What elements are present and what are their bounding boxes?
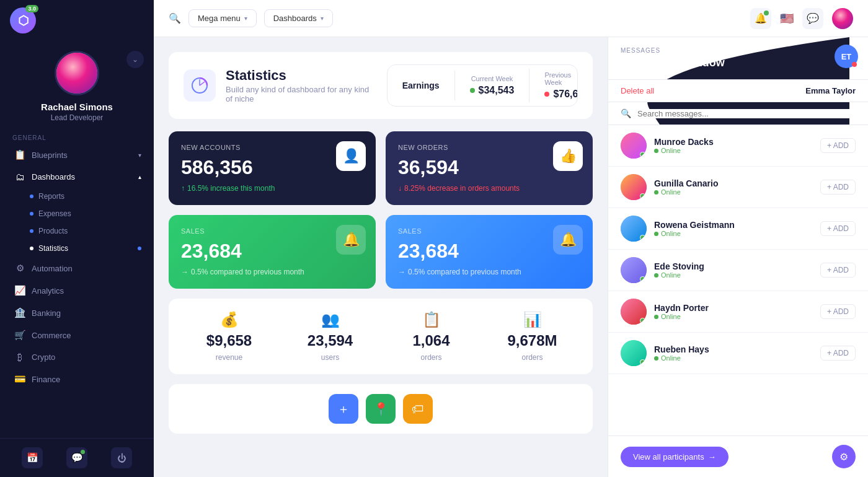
online-indicator (640, 276, 645, 282)
stat-card-new-orders: NEW ORDERS 36,594 ↓ 8.25% decrease in or… (386, 131, 593, 205)
red-dot (544, 92, 549, 97)
sidebar-item-finance[interactable]: 💳 Finance (0, 368, 154, 390)
arrow-neutral-icon: → (181, 268, 188, 276)
contact-status: Online (654, 147, 813, 154)
list-item[interactable]: Rowena Geistmann Online + ADD (608, 208, 868, 250)
stat-icon-box: 👍 (553, 141, 583, 171)
mega-menu-button[interactable]: Mega menu ▾ (188, 9, 257, 27)
contact-list: Munroe Dacks Online + ADD Gunilla Canari… (608, 125, 868, 435)
sidebar-item-automation[interactable]: ⚙ Automation (0, 257, 154, 279)
messenger-avatar-et: ET (835, 45, 858, 68)
notification-badge (764, 11, 769, 15)
dot-icon (30, 229, 33, 233)
search-button[interactable]: 🔍 (169, 12, 181, 24)
sidebar-item-crypto[interactable]: ₿ Crypto (0, 346, 154, 368)
chevron-down-icon: ▾ (138, 152, 141, 159)
commerce-icon: 🛒 (14, 330, 25, 341)
add-contact-button[interactable]: + ADD (820, 263, 856, 278)
sidebar-item-commerce[interactable]: 🛒 Commerce (0, 324, 154, 346)
view-all-button[interactable]: View all participants → (621, 447, 728, 467)
power-icon-button[interactable]: ⏻ (111, 447, 132, 468)
header: 🔍 Mega menu ▾ Dashboards ▾ 🔔 🇺🇸 💬 (154, 0, 868, 37)
dot-icon (30, 212, 33, 216)
flag-button[interactable]: 🇺🇸 (780, 12, 794, 25)
sidebar-item-label: Automation (32, 264, 73, 273)
dashboards-label: Dashboards (273, 14, 317, 23)
online-dot (654, 190, 658, 195)
list-item[interactable]: Ede Stoving Online + ADD (608, 250, 868, 291)
list-item[interactable]: Rueben Hays Online + ADD (608, 333, 868, 374)
contact-avatar (621, 257, 647, 283)
contact-info: Haydn Porter Online (654, 303, 813, 320)
orders-icon: 📋 (422, 311, 441, 328)
stats-header-card: Statistics Build any kind of dashboard f… (169, 52, 593, 119)
profile-name: Rachael Simons (41, 102, 113, 112)
notification-button[interactable]: 🔔 (750, 8, 771, 29)
add-button[interactable]: ＋ (329, 394, 358, 424)
arrow-down-icon: ↓ (398, 184, 402, 193)
message-button[interactable]: 💬 (802, 8, 823, 29)
dashboards-button[interactable]: Dashboards ▾ (264, 9, 333, 27)
delete-all-button[interactable]: Delete all (621, 86, 654, 95)
calendar-icon-button[interactable]: 📅 (22, 447, 43, 468)
sidebar-subitem-statistics[interactable]: Statistics (0, 240, 154, 257)
revenue-label: revenue (216, 353, 242, 362)
contact-avatar (621, 340, 647, 366)
add-contact-button[interactable]: + ADD (820, 180, 856, 195)
messenger-actions: Delete all Emma Taylor (608, 80, 868, 102)
sidebar-item-label: Crypto (32, 352, 55, 362)
bottom-stat-orders: 📋 1,064 orders (386, 311, 477, 362)
sidebar-item-dashboards[interactable]: 🗂 Dashboards ▴ (0, 166, 154, 188)
earnings-previous-week: Previous Week $76,645 (529, 65, 578, 106)
sidebar-item-blueprints[interactable]: 📋 Blueprints ▾ (0, 144, 154, 166)
green-dot (470, 88, 475, 93)
revenue-value: $9,658 (206, 332, 252, 349)
add-contact-button[interactable]: + ADD (820, 221, 856, 236)
add-contact-button[interactable]: + ADD (820, 138, 856, 153)
previous-week-value: $76,645 (544, 89, 578, 100)
dashboards-icon: 🗂 (14, 172, 25, 182)
revenue-icon: 💰 (220, 311, 239, 328)
messenger-footer: View all participants → ⚙ (608, 435, 868, 477)
list-item[interactable]: Gunilla Canario Online + ADD (608, 167, 868, 208)
contact-name: Munroe Dacks (654, 137, 813, 147)
sidebar-subitem-products[interactable]: Products (0, 222, 154, 240)
sidebar-subitem-expenses[interactable]: Expenses (0, 205, 154, 222)
contact-avatar (621, 299, 647, 325)
chevron-down-icon: ▾ (321, 15, 324, 22)
sidebar-top: ⬡ 3.0 (0, 0, 154, 41)
view-all-label: View all participants (633, 452, 704, 462)
search-input[interactable] (637, 109, 856, 118)
messenger-tag: MESSAGES (621, 47, 856, 54)
bottom-stat-orders2: 📊 9,678M orders (487, 311, 578, 362)
dashboard-body: Statistics Build any kind of dashboard f… (154, 37, 868, 477)
stat-icon-box: 🔔 (553, 225, 583, 255)
arrow-right-icon: → (708, 452, 716, 462)
user-avatar[interactable] (832, 8, 853, 29)
sidebar-item-analytics[interactable]: 📈 Analytics (0, 279, 154, 302)
profile-toggle-button[interactable]: ⌄ (126, 51, 144, 68)
action-buttons-row: ＋ 📍 🏷 (169, 384, 593, 434)
chat-icon-button[interactable]: 💬 (66, 447, 87, 468)
add-contact-button[interactable]: + ADD (820, 346, 856, 361)
contact-info: Ede Stoving Online (654, 261, 813, 279)
tag-button[interactable]: 🏷 (403, 394, 433, 424)
avatar (55, 51, 99, 95)
contact-status: Online (654, 271, 813, 279)
arrow-up-icon: ↑ (181, 184, 185, 193)
sidebar-subitem-reports[interactable]: Reports (0, 188, 154, 205)
list-item[interactable]: Haydn Porter Online + ADD (608, 291, 868, 333)
contact-info: Munroe Dacks Online (654, 137, 813, 154)
sidebar-item-banking[interactable]: 🏦 Banking (0, 302, 154, 324)
add-contact-button[interactable]: + ADD (820, 304, 856, 319)
dot-icon (138, 247, 141, 250)
sidebar-item-label: Dashboards (32, 172, 75, 182)
orders2-value: 9,678M (507, 332, 557, 349)
automation-icon: ⚙ (14, 263, 25, 274)
list-item[interactable]: Munroe Dacks Online + ADD (608, 125, 868, 167)
location-button[interactable]: 📍 (366, 394, 396, 424)
stats-header-text: Statistics Build any kind of dashboard f… (226, 68, 377, 103)
orders-label: orders (420, 353, 441, 362)
stat-card-new-accounts: NEW ACCOUNTS 586,356 ↑ 16.5% increase th… (169, 131, 376, 205)
settings-button[interactable]: ⚙ (832, 445, 856, 468)
